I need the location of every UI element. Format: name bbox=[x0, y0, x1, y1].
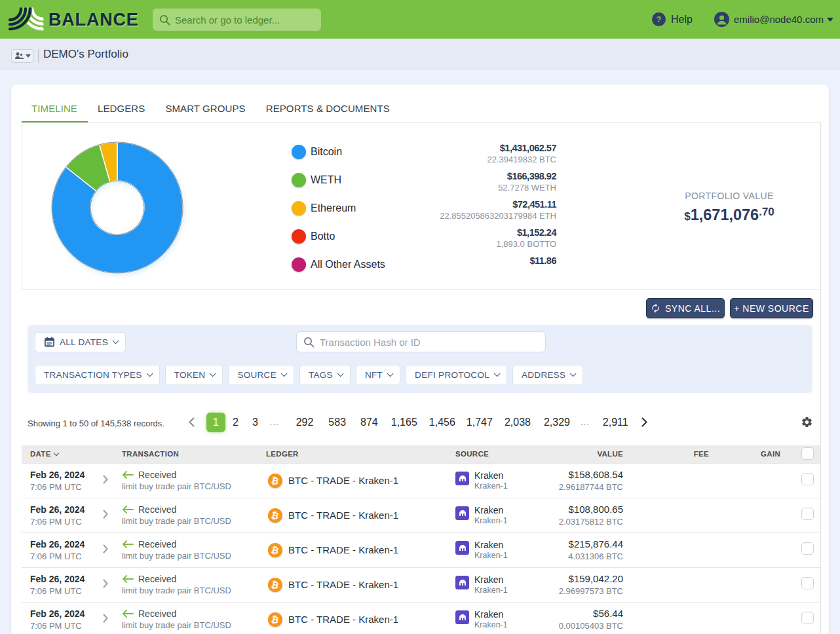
svg-text:?: ? bbox=[657, 14, 662, 24]
